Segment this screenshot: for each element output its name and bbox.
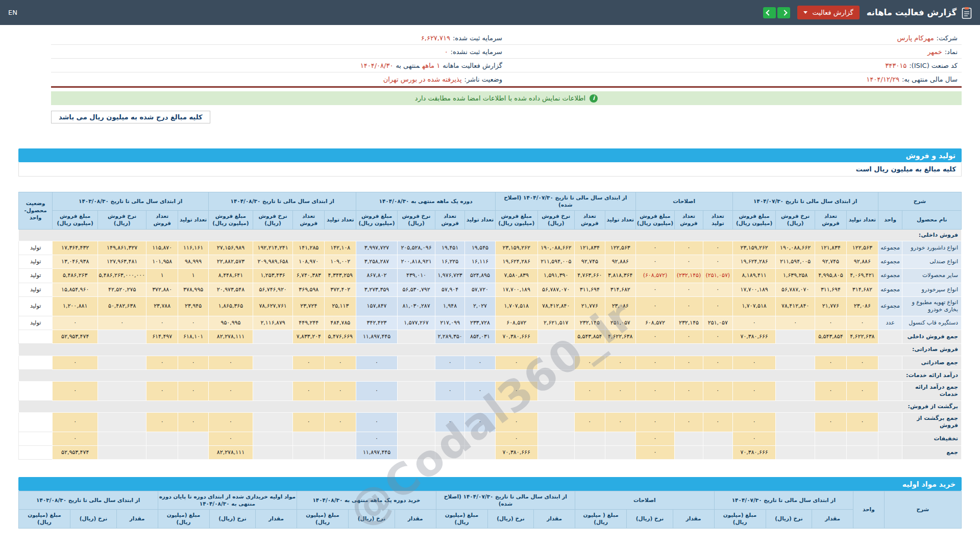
column-header: تعداد تولید [325,211,356,229]
language-toggle[interactable]: EN [8,9,17,16]
column-header: تعداد تولید [703,211,732,229]
value-cell: ۱۴۱,۲۸۵ [293,241,325,255]
column-header: تعداد فروش [675,211,703,229]
value-cell: ۰ [635,330,674,343]
column-header: نرخ (ریال) [627,510,673,528]
row-label-cell: جمع [902,445,962,459]
value-cell: ۰ [675,283,703,296]
value-cell [605,445,635,459]
value-cell: ۲۳,۱۵۹,۲۶۲ [732,241,776,255]
report-type-button[interactable]: گزارش فعالیت [797,6,859,19]
section-header-cell: فروش صادراتی: [19,344,962,356]
value-cell: ۲,۰۲۷ [465,297,496,316]
value-cell: ۳۱۱,۶۹۴ [574,283,605,296]
value-cell: ۰ [53,413,98,432]
value-cell: ۳۷۲,۸۸۰ [146,283,178,296]
value-cell: ۷,۵۸۰,۸۳۹ [495,269,537,283]
table-row: تخفیفات۰۰۰۰۰۰ [19,432,962,445]
product-status-cell [19,382,53,401]
value-cell [397,432,435,445]
value-cell: ۰ [605,356,635,369]
value-cell: ۲۰۵,۵۲۸,۰۹۶ [397,241,435,255]
report-type-label: گزارش فعالیت [812,9,853,16]
value-cell [98,413,146,432]
value-cell: ۰ [675,241,703,255]
value-cell: ۵,۴۸۶,۲۶۳ [53,269,98,283]
section-label: برگشت از فروش: [908,403,958,410]
value-cell: ۲۳۲,۱۴۵ [675,316,703,330]
product-name-cell: انواع داشبورد خودرو [902,241,962,255]
value-cell [815,432,846,445]
product-status-cell: تولید [19,269,53,283]
next-report-button[interactable] [777,7,790,18]
chevron-left-icon [766,10,772,15]
section-title-materials: خرید مواد اولیه [18,477,962,491]
value-cell: ۵۷,۷۲۰ [465,283,496,296]
value-cell: ۳۱۴,۶۸۲ [846,283,878,296]
value-cell: ۰ [574,382,605,401]
table-row: برگشت از فروش: [19,400,962,412]
value-cell: ۱۰۸,۹۷۰ [293,255,325,269]
value-cell: ۰ [495,413,537,432]
value-cell [98,356,146,369]
product-status-cell: تولید [19,255,53,269]
value-cell [98,330,146,343]
value-cell: ۰ [495,432,537,445]
value-cell: ۲۳,۷۸۸ [146,297,178,316]
info-label: نماد: [945,48,958,56]
value-cell: ۰ [635,382,674,401]
value-cell: ۸۲,۲۷۸,۱۱۱ [209,330,253,343]
value-cell: ۳۷۸,۹۹۵ [178,283,209,296]
company-name-link[interactable]: مهرکام پارس [897,34,934,42]
column-header: تعداد فروش [146,211,178,229]
value-cell [846,445,878,459]
column-header: مبلغ فروش (میلیون ریال) [53,211,98,229]
value-cell: ۹۲,۷۴۵ [574,255,605,269]
value-cell: ۰ [465,413,496,432]
value-cell: ۲۵,۱۱۳ [325,297,356,316]
value-cell: ۰ [293,382,325,401]
column-header: مقدار [673,510,714,528]
value-cell [776,432,815,445]
info-label: سرمایه ثبت شده: [453,34,502,42]
product-status-cell: تولید [19,316,53,330]
value-cell: ۱۹,۶۲۴,۲۸۶ [732,255,776,269]
value-cell [253,382,292,401]
value-cell: ۴۳۹,۰۱۰ [397,269,435,283]
column-header: تعداد فروش [574,211,605,229]
value-cell: ۰ [675,255,703,269]
symbol-link[interactable]: خمهر [927,48,942,56]
info-value: ۱۴۰۴/۱۲/۲۹ [866,76,899,83]
value-cell: ۴۲,۵۲۰,۲۷۵ [98,283,146,296]
value-cell [537,432,574,445]
value-cell: ۰ [815,316,846,330]
value-cell: ۲۳۲,۱۴۵ [574,316,605,330]
prev-report-button[interactable] [763,7,776,18]
table-row: فروش صادراتی: [19,344,962,356]
value-cell: ۱۲۱,۸۳۴ [815,241,846,255]
value-cell: ۰ [703,255,732,269]
value-cell: ۰ [178,316,209,330]
value-cell: ۰ [703,330,732,343]
value-cell [178,445,209,459]
value-cell: ۸,۴۴۸,۶۴۱ [209,269,253,283]
value-cell: ۰ [209,356,253,369]
value-cell: ۲۳,۹۴۵ [178,297,209,316]
unit-cell [878,330,902,343]
value-cell: ۱۹۰,۰۸۸,۶۶۲ [776,241,815,255]
product-status-cell [19,445,53,459]
value-cell: ۱۹۲,۲۱۴,۲۴۱ [253,241,292,255]
value-cell [776,382,815,401]
amounts-note: کلیه مبالغ درج شده به میلیون ریال می باش… [51,111,210,123]
value-cell: ۰ [178,382,209,401]
unit-cell: مجموعه [878,283,902,296]
value-cell: ۲۱۱,۵۹۴,۰۰۵ [776,255,815,269]
value-cell: ۱۴۲,۱۰۸ [325,241,356,255]
value-cell: ۳۶۹,۵۹۸ [293,283,325,296]
value-cell: ۹۲,۷۴۵ [815,255,846,269]
column-header: مبلغ فروش (میلیون ریال) [495,211,537,229]
value-cell [465,432,496,445]
value-cell: ۰ [635,297,674,316]
column-header: تعداد فروش [815,211,846,229]
info-cell-left: سرمایه ثبت شده:۶,۶۲۷,۷۱۹ [51,33,506,43]
